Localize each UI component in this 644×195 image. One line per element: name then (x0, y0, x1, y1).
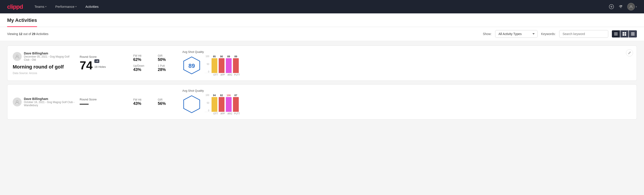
svg-rect-13 (631, 34, 635, 34)
bar-arg-rect (226, 97, 232, 112)
user-name: Dave Billingham (24, 52, 75, 55)
svg-marker-18 (184, 96, 200, 113)
bar-ott: 85 (212, 55, 217, 73)
search-input[interactable] (559, 30, 608, 38)
add-button[interactable] (609, 4, 614, 9)
navbar: clippd Teams ▾ Performance ▾ Activities (0, 0, 644, 14)
quality-section: Avg Shot Quality 100 50 0 (182, 89, 627, 115)
activity-card: Dave Billingham October 16, 2021 - Gog M… (7, 84, 637, 120)
user-icon (15, 54, 20, 59)
svg-rect-7 (622, 32, 624, 34)
stat-gir: GIR 56% (158, 98, 178, 106)
card-user: Dave Billingham December 05, 2021 - Gog … (13, 52, 75, 61)
teams-chevron-icon: ▾ (45, 5, 46, 8)
stat-value: 28% (158, 68, 178, 72)
svg-rect-8 (624, 32, 626, 34)
round-score-label: Round Score (80, 55, 129, 58)
refresh-button[interactable] (618, 4, 623, 9)
score-main: 74 +4 18 Holes (80, 59, 129, 71)
navbar-right: ▾ (609, 3, 637, 10)
avatar (13, 98, 22, 106)
hexagon-wrapper (182, 95, 201, 114)
bar-app: 90 (219, 55, 224, 73)
nav-activities-label: Activities (86, 5, 99, 8)
chart-bars: 100 50 0 85 90 (205, 55, 240, 73)
hexagon-wrapper: 89 (182, 56, 201, 76)
activity-title: Morning round of golf (13, 64, 75, 70)
card-user: Dave Billingham October 16, 2021 - Gog M… (13, 97, 75, 107)
y-axis: 100 50 0 (206, 55, 210, 73)
svg-rect-11 (631, 32, 635, 33)
y-label-100: 100 (206, 55, 209, 58)
stat-label: 1 Putt (158, 64, 178, 68)
x-label-putt: PUTT (234, 74, 240, 76)
x-axis: OTT APP ARG PUTT (205, 74, 240, 76)
quality-score: 89 (188, 62, 195, 69)
card-info: Dave Billingham October 16, 2021 - Gog M… (13, 97, 75, 107)
bar-putt: 87 (233, 94, 239, 112)
full-list-icon (631, 32, 635, 36)
performance-chevron-icon: ▾ (76, 5, 76, 8)
bar-arg: 106 (226, 94, 232, 112)
card-info: Dave Billingham December 05, 2021 - Gog … (13, 52, 75, 75)
bar-app: 82 (219, 94, 224, 112)
round-score-section: Round Score (80, 98, 129, 106)
score-badge: +4 (94, 59, 100, 63)
user-icon (629, 5, 633, 9)
svg-rect-6 (614, 35, 618, 35)
quality-chart: 100 50 0 94 82 106 (205, 94, 240, 115)
stat-fw-hit: FW Hit 43% (133, 98, 153, 106)
stats-section: FW Hit 62% GIR 50% Up/Down 43% 1 Putt 28… (133, 54, 178, 72)
bar-app-value: 90 (220, 55, 223, 58)
avatar-chevron-icon: ▾ (636, 6, 637, 8)
stat-updown: Up/Down 43% (133, 64, 153, 72)
nav-performance[interactable]: Performance ▾ (54, 0, 78, 14)
x-label-app: APP (220, 112, 226, 115)
bar-app-rect (219, 58, 224, 73)
bar-putt-value: 87 (234, 94, 237, 96)
user-date: December 05, 2021 - Gog Magog Golf Club … (24, 55, 75, 61)
view-toggle (612, 30, 637, 38)
round-score-section: Round Score 74 +4 18 Holes (80, 55, 129, 71)
bar-app-value: 82 (220, 94, 223, 96)
stat-1putt: 1 Putt 28% (158, 64, 178, 72)
svg-rect-4 (614, 32, 618, 33)
bar-arg-value: 89 (228, 55, 230, 58)
round-score-label: Round Score (80, 98, 129, 101)
nav-teams-label: Teams (34, 5, 44, 8)
activity-type-select[interactable]: All Activity Types (495, 30, 538, 38)
y-label-0: 0 (206, 109, 209, 112)
x-label-arg: ARG (227, 112, 233, 115)
user-avatar-button[interactable]: ▾ (627, 3, 637, 10)
full-list-view-button[interactable] (629, 30, 637, 38)
bar-putt-value: 89 (234, 55, 237, 58)
score-holes: 18 Holes (94, 65, 106, 68)
viewing-out-of: out of (23, 32, 31, 36)
svg-rect-12 (631, 33, 635, 34)
stat-fw-hit: FW Hit 62% (133, 54, 153, 62)
nav-activities[interactable]: Activities (84, 0, 100, 14)
compact-list-view-button[interactable] (612, 30, 620, 38)
bar-ott: 94 (212, 94, 217, 112)
viewing-text: Viewing 12 out of 29 Activities (7, 32, 479, 36)
logo[interactable]: clippd (7, 3, 23, 10)
pencil-icon (628, 51, 631, 54)
quality-label: Avg Shot Quality (182, 50, 627, 54)
user-name: Dave Billingham (24, 97, 75, 100)
nav-teams[interactable]: Teams ▾ (34, 0, 47, 14)
x-label-app: APP (220, 74, 226, 76)
bar-putt-rect (233, 58, 239, 73)
quality-label: Avg Shot Quality (182, 89, 627, 92)
user-details: Dave Billingham October 16, 2021 - Gog M… (24, 97, 75, 107)
viewing-total: 29 (32, 32, 36, 36)
stat-label: GIR (158, 98, 178, 101)
quality-content: 89 100 50 0 85 (182, 55, 627, 76)
svg-rect-10 (624, 34, 626, 36)
stat-value: 43% (133, 68, 153, 72)
viewing-label: Viewing (7, 32, 18, 36)
quality-content: 100 50 0 94 82 106 (182, 94, 627, 115)
grid-view-button[interactable] (620, 30, 628, 38)
stat-label: FW Hit (133, 98, 153, 101)
x-label-arg: ARG (227, 74, 233, 76)
edit-button[interactable] (626, 49, 633, 56)
